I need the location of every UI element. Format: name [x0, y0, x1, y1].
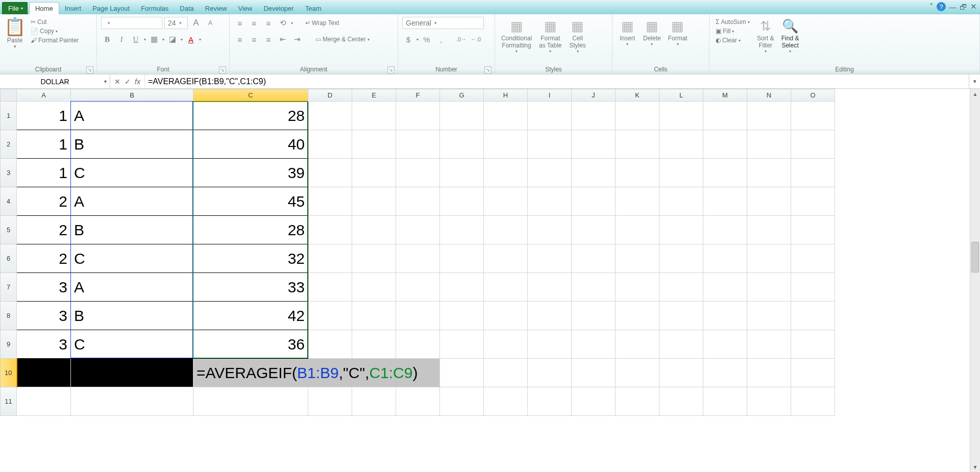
cell-M4[interactable]	[703, 187, 747, 216]
align-middle-icon[interactable]: ≡	[248, 17, 260, 29]
increase-decimal-button[interactable]: .0→	[455, 33, 468, 45]
cell-I1[interactable]	[528, 102, 572, 130]
row-header-9[interactable]: 9	[1, 330, 17, 359]
cell-L4[interactable]	[659, 187, 703, 216]
cut-button[interactable]: ✂Cut	[29, 18, 81, 26]
col-header-O[interactable]: O	[791, 89, 835, 102]
tab-review[interactable]: Review	[200, 2, 233, 14]
col-header-C[interactable]: C	[193, 89, 308, 102]
cell-J10[interactable]	[572, 359, 616, 387]
cell-N7[interactable]	[747, 273, 791, 302]
cell-B10[interactable]	[71, 359, 193, 387]
row-header-4[interactable]: 4	[1, 187, 17, 216]
cell-J3[interactable]	[572, 159, 616, 187]
cell-M3[interactable]	[703, 159, 747, 187]
cell-G11[interactable]	[440, 387, 484, 416]
merge-center-button[interactable]: ▭Merge & Center▾	[313, 36, 372, 43]
col-header-N[interactable]: N	[747, 89, 791, 102]
cell-E4[interactable]	[352, 187, 396, 216]
copy-button[interactable]: 📄Copy▾	[29, 28, 81, 35]
col-header-G[interactable]: G	[440, 89, 484, 102]
col-header-L[interactable]: L	[659, 89, 703, 102]
clipboard-dialog-launcher[interactable]: ↘	[86, 66, 93, 73]
restore-icon[interactable]: 🗗	[960, 3, 967, 11]
row-header-6[interactable]: 6	[1, 244, 17, 273]
cell-G1[interactable]	[440, 102, 484, 130]
cell-D11[interactable]	[308, 387, 352, 416]
format-painter-button[interactable]: 🖌Format Painter	[29, 37, 81, 44]
cell-F1[interactable]	[396, 102, 440, 130]
cell-L7[interactable]	[659, 273, 703, 302]
expand-formula-bar[interactable]: ▾	[969, 74, 980, 88]
cell-H6[interactable]	[484, 244, 528, 273]
cell-N2[interactable]	[747, 130, 791, 159]
scroll-thumb[interactable]	[971, 242, 979, 272]
name-box[interactable]: DOLLAR	[0, 74, 110, 88]
formula-input[interactable]: =AVERAGEIF(B1:B9,"C",C1:C9)	[145, 74, 969, 88]
cell-D4[interactable]	[308, 187, 352, 216]
decrease-indent-icon[interactable]: ⇤	[277, 33, 289, 45]
cell-B3[interactable]: C	[71, 159, 193, 187]
align-center-icon[interactable]: ≡	[248, 33, 260, 45]
cell-H9[interactable]	[484, 330, 528, 359]
enter-formula-icon[interactable]: ✓	[125, 78, 131, 86]
cell-F3[interactable]	[396, 159, 440, 187]
cell-M11[interactable]	[703, 387, 747, 416]
cell-O4[interactable]	[791, 187, 835, 216]
cell-O11[interactable]	[791, 387, 835, 416]
cell-D2[interactable]	[308, 130, 352, 159]
cell-L1[interactable]	[659, 102, 703, 130]
cell-I4[interactable]	[528, 187, 572, 216]
percent-button[interactable]: %	[421, 33, 433, 45]
paste-button[interactable]: 📋 Paste ▾	[4, 16, 26, 49]
cell-G10[interactable]	[440, 359, 484, 387]
cell-B5[interactable]: B	[71, 216, 193, 244]
cell-F6[interactable]	[396, 244, 440, 273]
cell-H7[interactable]	[484, 273, 528, 302]
cell-I5[interactable]	[528, 216, 572, 244]
cell-A7[interactable]: 3	[17, 273, 71, 302]
minimize-icon[interactable]: —	[949, 3, 957, 11]
cell-A5[interactable]: 2	[17, 216, 71, 244]
cell-M5[interactable]	[703, 216, 747, 244]
cell-M9[interactable]	[703, 330, 747, 359]
fill-button[interactable]: ▣Fill▾	[714, 28, 752, 35]
cell-H2[interactable]	[484, 130, 528, 159]
clear-button[interactable]: ◐Clear▾	[714, 37, 752, 44]
font-color-button[interactable]: A	[185, 33, 197, 45]
cell-N8[interactable]	[747, 302, 791, 330]
fill-color-button[interactable]: ◪	[166, 33, 179, 45]
font-family-select[interactable]	[101, 17, 162, 29]
cell-N1[interactable]	[747, 102, 791, 130]
cell-K1[interactable]	[616, 102, 659, 130]
cell-H10[interactable]	[484, 359, 528, 387]
cell-E3[interactable]	[352, 159, 396, 187]
number-dialog-launcher[interactable]: ↘	[484, 66, 492, 73]
format-as-table-button[interactable]: ▦Format as Table▾	[537, 16, 564, 55]
cell-B8[interactable]: B	[71, 302, 193, 330]
cell-M7[interactable]	[703, 273, 747, 302]
cell-M6[interactable]	[703, 244, 747, 273]
col-header-J[interactable]: J	[572, 89, 616, 102]
cell-B6[interactable]: C	[71, 244, 193, 273]
cell-B1[interactable]: A	[71, 102, 193, 130]
comma-button[interactable]: ,	[435, 33, 447, 45]
cell-I7[interactable]	[528, 273, 572, 302]
cell-G6[interactable]	[440, 244, 484, 273]
spreadsheet-grid[interactable]: ABCDEFGHIJKLMNO11A2821B4031C3942A4552B28…	[0, 89, 980, 472]
tab-data[interactable]: Data	[174, 2, 199, 14]
col-header-M[interactable]: M	[703, 89, 747, 102]
align-right-icon[interactable]: ≡	[262, 33, 275, 45]
cell-E9[interactable]	[352, 330, 396, 359]
cell-J1[interactable]	[572, 102, 616, 130]
cell-D9[interactable]	[308, 330, 352, 359]
cell-K5[interactable]	[616, 216, 659, 244]
row-header-10[interactable]: 10	[1, 359, 17, 387]
cell-C6[interactable]: 32	[193, 244, 308, 273]
cell-A3[interactable]: 1	[17, 159, 71, 187]
cell-O1[interactable]	[791, 102, 835, 130]
tab-developer[interactable]: Developer	[258, 2, 299, 14]
cell-N4[interactable]	[747, 187, 791, 216]
cell-H5[interactable]	[484, 216, 528, 244]
cell-O8[interactable]	[791, 302, 835, 330]
